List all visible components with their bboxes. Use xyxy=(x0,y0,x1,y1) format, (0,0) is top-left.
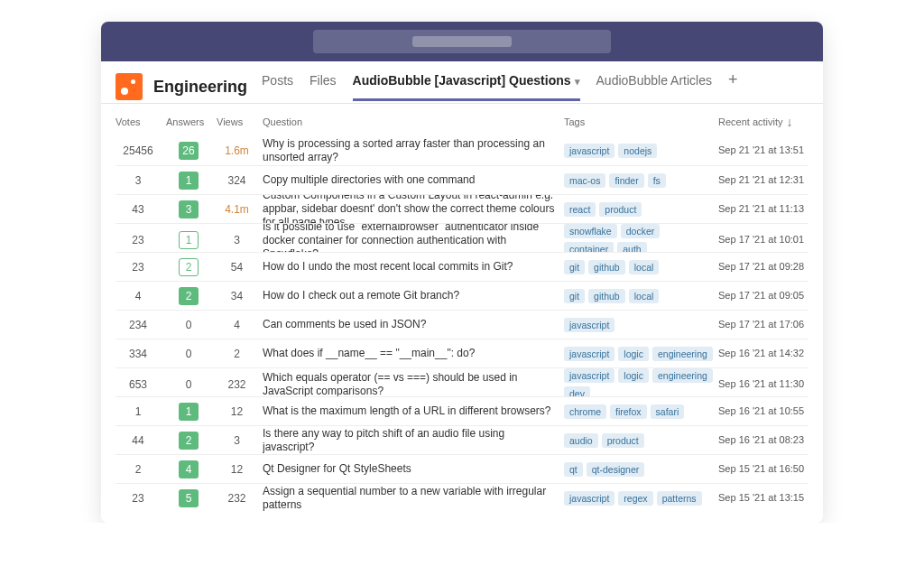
tag[interactable]: local xyxy=(629,289,660,303)
answer-badge: 3 xyxy=(179,200,199,218)
column-headers: Votes Answers Views Question Tags Recent… xyxy=(101,104,823,136)
tag[interactable]: chrome xyxy=(564,404,606,419)
question-title[interactable]: How do I undo the most recent local comm… xyxy=(263,260,559,274)
view-count: 324 xyxy=(217,174,257,187)
table-row[interactable]: 33402What does if __name__ == "__main__"… xyxy=(116,339,808,367)
vote-count: 334 xyxy=(116,348,161,360)
tag[interactable]: firefox xyxy=(610,404,647,419)
view-count: 12 xyxy=(217,405,257,418)
table-row[interactable]: 23254How do I undo the most recent local… xyxy=(116,252,808,281)
tag[interactable]: patterns xyxy=(657,491,702,506)
tag[interactable]: product xyxy=(599,202,642,217)
answer-badge: 0 xyxy=(179,316,199,334)
sort-descending-icon: ↓ xyxy=(787,115,793,129)
tag[interactable]: javascript xyxy=(564,491,614,506)
vote-count: 43 xyxy=(116,203,161,216)
vote-count: 1 xyxy=(116,405,161,418)
table-row[interactable]: 4334.1mCustom Components in a Custom Lay… xyxy=(116,194,808,223)
tag[interactable]: fs xyxy=(648,173,666,188)
answer-count: 4 xyxy=(166,460,211,478)
col-answers[interactable]: Answers xyxy=(166,116,211,127)
tab-articles[interactable]: AudioBubble Articles xyxy=(596,73,712,101)
search-input[interactable] xyxy=(313,30,611,53)
table-row[interactable]: 4234How do I check out a remote Git bran… xyxy=(116,281,808,310)
table-row[interactable]: 25456261.6mWhy is processing a sorted ar… xyxy=(116,136,808,165)
question-title[interactable]: Is there any way to pitch shift of an au… xyxy=(263,427,559,454)
answer-badge: 5 xyxy=(179,489,199,507)
table-row[interactable]: 2313Is it possible to use `externalbrows… xyxy=(116,223,808,252)
tag[interactable]: logic xyxy=(618,368,649,383)
tag[interactable]: container xyxy=(564,242,614,252)
question-title[interactable]: Is it possible to use `externalbrowser` … xyxy=(263,223,559,252)
tag[interactable]: engineering xyxy=(652,347,713,361)
tag[interactable]: github xyxy=(588,289,625,303)
question-title[interactable]: How do I check out a remote Git branch? xyxy=(263,289,559,302)
question-title[interactable]: Qt Designer for Qt StyleSheets xyxy=(263,462,559,476)
tag[interactable]: javascript xyxy=(564,318,614,332)
question-title[interactable]: What does if __name__ == "__main__": do? xyxy=(263,347,559,360)
question-title[interactable]: Which equals operator (== vs ===) should… xyxy=(263,371,559,396)
tag[interactable]: dev xyxy=(564,386,590,396)
tag[interactable]: qt xyxy=(564,462,583,477)
question-title[interactable]: Why is processing a sorted array faster … xyxy=(263,137,559,164)
vote-count: 4 xyxy=(116,290,161,302)
recent-activity: Sep 21 '21 at 12:31 xyxy=(718,174,808,187)
tag[interactable]: docker xyxy=(621,224,661,238)
tab-label: Files xyxy=(310,73,337,88)
tag[interactable]: logic xyxy=(618,347,649,361)
app-window: Engineering PostsFilesAudioBubble [Javas… xyxy=(101,22,823,523)
tag[interactable]: javascript xyxy=(564,368,614,383)
question-title[interactable]: Assign a sequential number to a new vari… xyxy=(263,485,559,512)
table-row[interactable]: 4423Is there any way to pitch shift of a… xyxy=(116,425,808,454)
tag[interactable]: auth xyxy=(617,242,646,252)
col-recent-activity[interactable]: Recent activity ↓ xyxy=(718,115,808,129)
col-votes[interactable]: Votes xyxy=(116,116,161,127)
chevron-down-icon: ▾ xyxy=(575,76,580,87)
tag[interactable]: engineering xyxy=(652,368,713,383)
tag[interactable]: react xyxy=(564,202,596,217)
tag[interactable]: audio xyxy=(564,433,598,448)
add-tab-button[interactable]: + xyxy=(728,70,738,103)
vote-count: 2 xyxy=(116,463,161,476)
tab-questions[interactable]: AudioBubble [Javascript] Questions▾ xyxy=(353,73,580,101)
tag[interactable]: local xyxy=(629,260,660,274)
table-row[interactable]: 235232Assign a sequential number to a ne… xyxy=(116,483,808,512)
question-list: 25456261.6mWhy is processing a sorted ar… xyxy=(101,136,823,523)
table-row[interactable]: 2412Qt Designer for Qt StyleSheetsqtqt-d… xyxy=(116,454,808,483)
tag[interactable]: safari xyxy=(651,404,685,419)
answer-count: 0 xyxy=(166,345,211,363)
tag[interactable]: regex xyxy=(618,491,652,506)
answer-badge: 0 xyxy=(179,345,199,363)
tag[interactable]: finder xyxy=(609,173,643,188)
tag-list: gitgithublocal xyxy=(564,260,713,274)
answer-count: 26 xyxy=(166,142,211,160)
question-title[interactable]: Custom Components in a Custom Layout in … xyxy=(263,194,559,223)
table-row[interactable]: 6530232Which equals operator (== vs ===)… xyxy=(116,367,808,396)
vote-count: 44 xyxy=(116,434,161,447)
col-views[interactable]: Views xyxy=(217,116,257,127)
tag[interactable]: mac-os xyxy=(564,173,605,188)
tab-posts[interactable]: Posts xyxy=(262,73,293,101)
tag[interactable]: nodejs xyxy=(618,144,657,158)
recent-activity: Sep 17 '21 at 09:05 xyxy=(718,290,808,302)
tab-label: AudioBubble [Javascript] Questions xyxy=(353,73,571,88)
tag[interactable]: javascript xyxy=(564,347,614,361)
tag[interactable]: git xyxy=(564,260,585,274)
tag[interactable]: git xyxy=(564,289,585,303)
table-row[interactable]: 31324Copy multiple directories with one … xyxy=(116,165,808,194)
tag[interactable]: javascript xyxy=(564,144,614,158)
table-row[interactable]: 1112What is the maximum length of a URL … xyxy=(116,396,808,425)
question-title[interactable]: Copy multiple directories with one comma… xyxy=(263,173,559,187)
answer-badge: 1 xyxy=(179,231,199,249)
tag[interactable]: qt-designer xyxy=(587,462,645,477)
table-row[interactable]: 23404Can comments be used in JSON?javasc… xyxy=(116,310,808,339)
tag[interactable]: product xyxy=(602,433,644,448)
col-question[interactable]: Question xyxy=(263,116,559,127)
col-tags[interactable]: Tags xyxy=(564,116,713,127)
question-title[interactable]: Can comments be used in JSON? xyxy=(263,318,559,331)
tag[interactable]: github xyxy=(588,260,625,274)
tab-label: Posts xyxy=(262,73,293,88)
tag[interactable]: snowflake xyxy=(564,224,617,238)
tab-files[interactable]: Files xyxy=(310,73,337,101)
question-title[interactable]: What is the maximum length of a URL in d… xyxy=(263,404,559,418)
